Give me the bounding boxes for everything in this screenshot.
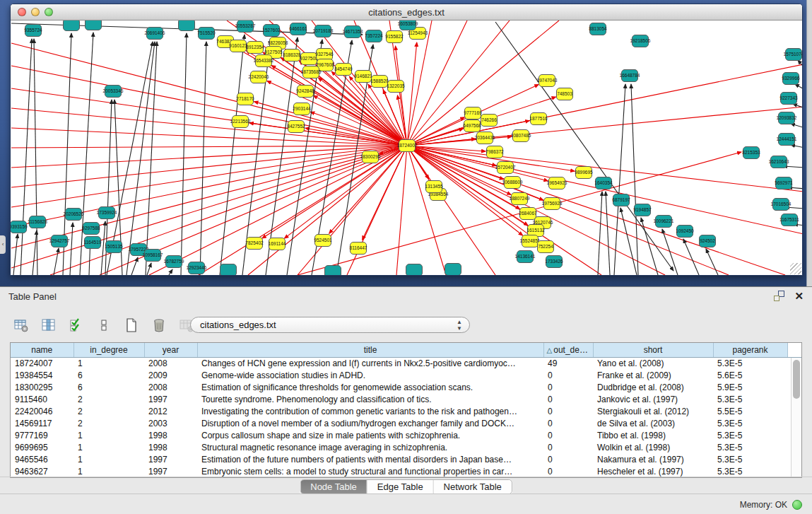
tab-edge-table[interactable]: Edge Table: [367, 480, 434, 493]
cell-title[interactable]: Structural magnetic resonance image aver…: [197, 441, 543, 453]
graph-edge[interactable]: [11, 146, 407, 248]
cell-year[interactable]: 2009: [144, 369, 197, 381]
column-header-name[interactable]: name: [11, 343, 73, 357]
cell-short[interactable]: Nakamura et al. (1997): [593, 453, 713, 465]
graph-edge[interactable]: [11, 66, 407, 146]
graph-edge[interactable]: [407, 146, 446, 275]
table-settings-icon[interactable]: [11, 315, 31, 335]
cell-short[interactable]: Jankovic et al. (1997): [593, 393, 713, 405]
cell-name[interactable]: 19384554: [11, 369, 73, 381]
cell-short[interactable]: de Silva et al. (2003): [593, 417, 713, 429]
table-row[interactable]: 969969511998Structural magnetic resonanc…: [11, 441, 801, 453]
cell-name[interactable]: 9463627: [11, 465, 73, 477]
cell-title[interactable]: Investigating the contribution of common…: [197, 405, 543, 417]
cell-name[interactable]: 18300295: [11, 381, 73, 393]
cell-title[interactable]: Disruption of a novel member of a sodium…: [197, 417, 543, 429]
row-height-icon[interactable]: [94, 315, 114, 335]
graph-edge[interactable]: [495, 22, 673, 271]
column-header-year[interactable]: year: [144, 343, 197, 357]
cell-out_degree[interactable]: 0: [543, 369, 593, 381]
graph-edge[interactable]: [11, 146, 407, 207]
cell-short[interactable]: Tibbo et al. (1998): [593, 429, 713, 441]
graph-edge[interactable]: [11, 146, 407, 187]
table-row[interactable]: 946554611997Estimation of the future num…: [11, 453, 801, 465]
cell-in_degree[interactable]: 2: [73, 405, 144, 417]
cell-year[interactable]: 1997: [144, 465, 197, 477]
cell-title[interactable]: Estimation of the future numbers of pati…: [197, 453, 543, 465]
cell-short[interactable]: Yano et al. (2008): [593, 357, 713, 369]
graph-node[interactable]: [86, 21, 102, 30]
cell-short[interactable]: Dudbridge et al. (2008): [593, 381, 713, 393]
cell-out_degree[interactable]: 0: [543, 465, 593, 477]
column-header-in_degree[interactable]: in_degree: [73, 343, 144, 357]
cell-pagerank[interactable]: 5.3E-5: [713, 429, 787, 441]
graph-edge[interactable]: [407, 146, 523, 235]
cell-in_degree[interactable]: 1: [73, 357, 144, 369]
cell-year[interactable]: 2003: [144, 417, 197, 429]
graph-edge[interactable]: [606, 192, 610, 275]
graph-edge[interactable]: [620, 208, 637, 275]
graph-edge[interactable]: [169, 269, 172, 275]
cell-year[interactable]: 2008: [144, 357, 197, 369]
column-header-title[interactable]: title: [197, 343, 543, 357]
graph-edge[interactable]: [795, 84, 802, 90]
column-header-out_degree[interactable]: △out_de…: [543, 343, 593, 357]
graph-node[interactable]: [179, 21, 195, 31]
sidebar-collapse-handle[interactable]: ‹: [0, 235, 6, 254]
cell-pagerank[interactable]: 5.3E-5: [713, 417, 787, 429]
table-row[interactable]: 946362711997Embryonic stem cells: a mode…: [11, 465, 801, 477]
graph-edge[interactable]: [706, 249, 718, 275]
cell-in_degree[interactable]: 1: [73, 453, 144, 465]
table-row[interactable]: 1872400712008Changes of HCN gene express…: [11, 357, 801, 369]
graph-edge[interactable]: [147, 263, 151, 275]
graph-edge[interactable]: [20, 39, 32, 275]
cell-out_degree[interactable]: 49: [543, 357, 593, 369]
graph-edge[interactable]: [641, 218, 658, 275]
cell-title[interactable]: Embryonic stem cells: a model to study s…: [197, 465, 543, 477]
cell-pagerank[interactable]: 5.6E-5: [713, 369, 787, 381]
window-resize-grip[interactable]: [790, 263, 801, 274]
cell-out_degree[interactable]: 0: [543, 393, 593, 405]
graph-node[interactable]: [64, 21, 80, 31]
cell-short[interactable]: Hescheler et al. (1997): [593, 465, 713, 477]
cell-in_degree[interactable]: 2: [73, 393, 144, 405]
cell-name[interactable]: 9115460: [11, 393, 73, 405]
cell-in_degree[interactable]: 1: [73, 429, 144, 441]
delete-column-icon[interactable]: [149, 315, 169, 335]
float-panel-icon[interactable]: [774, 291, 784, 301]
graph-edge[interactable]: [791, 124, 802, 128]
create-column-icon[interactable]: [122, 315, 141, 335]
cell-out_degree[interactable]: 0: [543, 381, 593, 393]
table-scrollbar[interactable]: [791, 358, 801, 477]
graph-edge[interactable]: [200, 42, 206, 275]
cell-pagerank[interactable]: 5.9E-5: [713, 381, 787, 393]
cell-pagerank[interactable]: 5.3E-5: [713, 393, 787, 405]
cell-year[interactable]: 1997: [144, 453, 197, 465]
table-scrollbar-thumb[interactable]: [793, 360, 800, 399]
graph-edge[interactable]: [284, 146, 407, 238]
graph-edge[interactable]: [54, 248, 59, 275]
cell-short[interactable]: Franke et al. (2009): [593, 369, 713, 381]
table-row[interactable]: 977716911998Corpus callosum shape and si…: [11, 429, 801, 441]
graph-node[interactable]: [406, 264, 423, 276]
cell-year[interactable]: 1998: [144, 429, 197, 441]
cell-name[interactable]: 9777169: [11, 429, 73, 441]
network-canvas[interactable]: 1872400774638229160123891235418226058912…: [11, 21, 802, 275]
graph-edge[interactable]: [798, 60, 802, 69]
tab-network-table[interactable]: Network Table: [434, 480, 512, 493]
cell-pagerank[interactable]: 5.3E-5: [713, 465, 787, 477]
cell-name[interactable]: 9465546: [11, 453, 73, 465]
graph-edge[interactable]: [11, 146, 407, 148]
graph-node[interactable]: [445, 264, 461, 276]
graph-edge[interactable]: [598, 192, 602, 275]
show-columns-icon[interactable]: [39, 315, 59, 335]
graph-edge[interactable]: [407, 21, 559, 146]
window-titlebar[interactable]: citations_edges.txt: [11, 4, 802, 21]
graph-edge[interactable]: [631, 84, 638, 275]
cell-title[interactable]: Corpus callosum shape and size in male p…: [197, 429, 543, 441]
graph-edge[interactable]: [13, 234, 18, 275]
cell-out_degree[interactable]: 0: [543, 441, 593, 453]
table-selector-dropdown[interactable]: citations_edges.txt ▲▼: [190, 317, 470, 333]
cell-in_degree[interactable]: 1: [73, 441, 144, 453]
cell-title[interactable]: Genome-wide association studies in ADHD.: [197, 369, 543, 381]
